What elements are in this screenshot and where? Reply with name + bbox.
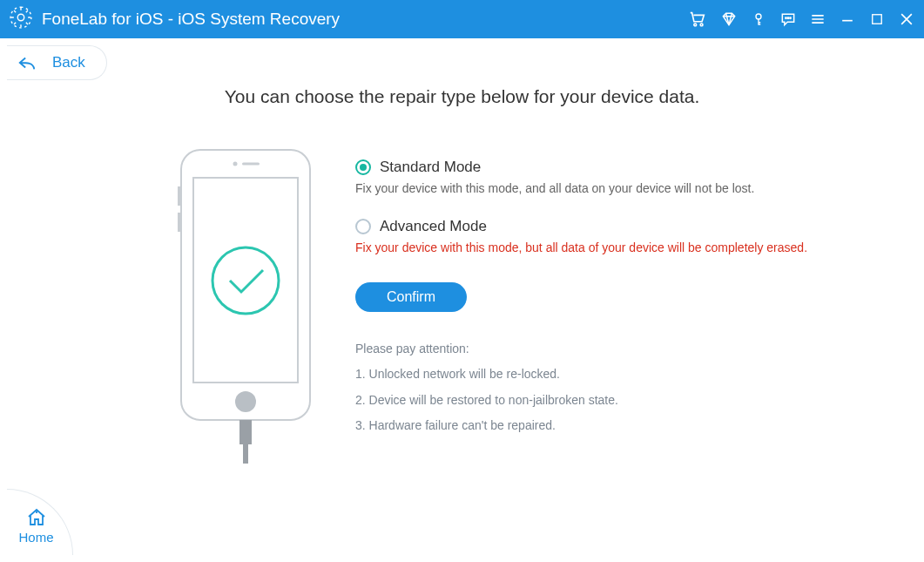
svg-point-3 (756, 14, 761, 19)
svg-point-15 (212, 247, 279, 314)
attention-item-3: 3. Hardware failure can't be repaired. (355, 413, 847, 438)
back-button[interactable]: Back (7, 45, 107, 80)
svg-rect-13 (178, 186, 180, 206)
svg-point-0 (17, 14, 24, 20)
svg-rect-12 (242, 163, 260, 166)
diamond-icon[interactable] (720, 10, 738, 28)
svg-rect-7 (873, 15, 882, 24)
window-title: FoneLab for iOS - iOS System Recovery (42, 10, 340, 29)
confirm-button[interactable]: Confirm (355, 282, 467, 312)
svg-point-5 (787, 17, 788, 18)
svg-rect-17 (243, 444, 248, 464)
page-heading: You can choose the repair type below for… (7, 86, 917, 107)
svg-rect-9 (193, 178, 298, 383)
home-icon (26, 507, 47, 528)
svg-point-6 (790, 17, 791, 18)
home-label: Home (18, 530, 53, 545)
chat-icon[interactable] (779, 10, 797, 28)
minimize-icon[interactable] (839, 10, 856, 28)
svg-point-11 (233, 162, 238, 166)
standard-mode-desc: Fix your device with this mode, and all … (355, 181, 847, 195)
svg-point-2 (700, 24, 703, 26)
back-label: Back (52, 54, 85, 71)
cart-icon[interactable] (687, 10, 708, 28)
advanced-mode-option[interactable]: Advanced Mode (355, 218, 847, 235)
radio-unselected-icon (355, 219, 371, 234)
attention-title: Please pay attention: (355, 336, 847, 362)
maximize-icon[interactable] (868, 10, 886, 28)
back-arrow-icon (17, 55, 37, 71)
svg-rect-8 (181, 150, 310, 420)
svg-rect-14 (178, 213, 180, 232)
home-button[interactable]: Home (7, 489, 73, 555)
radio-selected-icon (355, 159, 371, 175)
phone-illustration (164, 143, 320, 469)
attention-item-1: 1. Unlocked network will be re-locked. (355, 362, 847, 387)
app-logo-gear-icon (9, 5, 33, 33)
advanced-mode-desc: Fix your device with this mode, but all … (355, 240, 847, 254)
standard-mode-label: Standard Mode (380, 159, 481, 176)
svg-point-1 (694, 24, 697, 26)
attention-block: Please pay attention: 1. Unlocked networ… (355, 336, 847, 439)
attention-item-2: 2. Device will be restored to non-jailbr… (355, 388, 847, 413)
svg-point-10 (235, 391, 256, 412)
standard-mode-option[interactable]: Standard Mode (355, 159, 847, 176)
key-icon[interactable] (750, 10, 767, 28)
svg-rect-16 (239, 420, 252, 444)
svg-point-4 (786, 17, 786, 18)
titlebar: FoneLab for iOS - iOS System Recovery (0, 0, 924, 38)
menu-icon[interactable] (809, 10, 826, 28)
advanced-mode-label: Advanced Mode (380, 218, 487, 235)
close-icon[interactable] (898, 10, 915, 28)
